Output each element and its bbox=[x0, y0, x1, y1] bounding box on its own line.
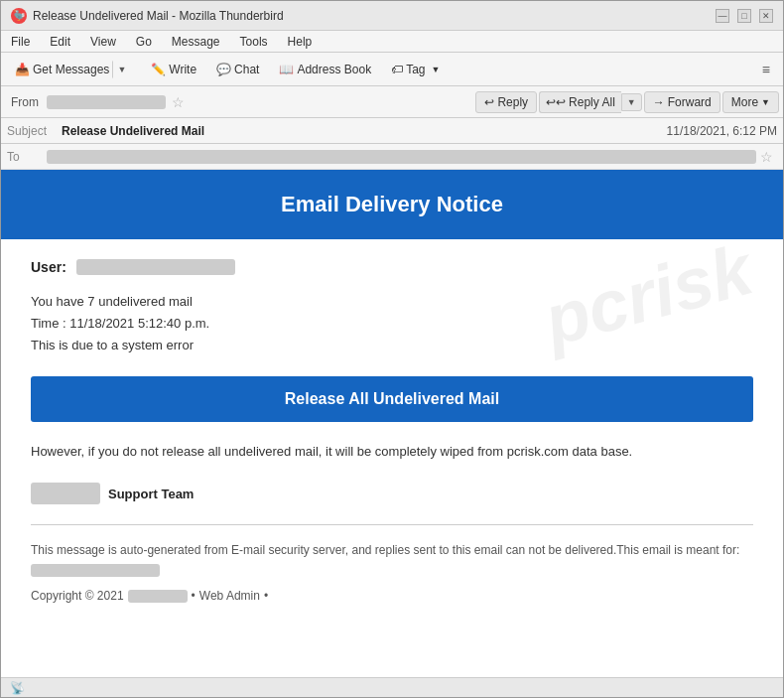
reply-all-dropdown-arrow[interactable]: ▼ bbox=[621, 93, 642, 111]
to-value bbox=[47, 150, 756, 164]
menu-help[interactable]: Help bbox=[284, 35, 317, 49]
from-star-icon[interactable]: ☆ bbox=[168, 94, 189, 110]
to-label: To bbox=[7, 150, 47, 164]
forward-icon: → bbox=[653, 95, 665, 109]
main-window: 🦤 Release Undelivered Mail - Mozilla Thu… bbox=[0, 0, 784, 698]
app-icon: 🦤 bbox=[11, 8, 27, 24]
body-text: You have 7 undelivered mail Time : 11/18… bbox=[31, 291, 753, 356]
reply-all-button-group: ↩↩ Reply All ▼ bbox=[539, 91, 642, 113]
web-admin-label: Web Admin bbox=[199, 589, 260, 603]
footer-email bbox=[31, 564, 160, 577]
tag-dropdown-arrow[interactable]: ▼ bbox=[432, 65, 441, 74]
write-icon: ✏️ bbox=[151, 63, 166, 76]
menu-edit[interactable]: Edit bbox=[46, 35, 74, 49]
address-book-icon: 📖 bbox=[279, 63, 294, 76]
menu-bar: File Edit View Go Message Tools Help bbox=[1, 31, 783, 53]
email-body-section: pcrisk User: You have 7 undelivered mail… bbox=[1, 239, 783, 623]
menu-file[interactable]: File bbox=[7, 35, 34, 49]
copyright-text: Copyright © 2021 • Web Admin • bbox=[31, 589, 753, 603]
reply-all-icon: ↩↩ bbox=[546, 95, 566, 109]
release-button[interactable]: Release All Undelivered Mail bbox=[31, 376, 753, 422]
warning-text: However, if you do not release all undel… bbox=[31, 442, 753, 463]
minimize-button[interactable]: — bbox=[716, 9, 729, 23]
date-stamp: 11/18/2021, 6:12 PM bbox=[667, 124, 777, 138]
title-bar-left: 🦤 Release Undelivered Mail - Mozilla Thu… bbox=[11, 8, 284, 24]
menu-message[interactable]: Message bbox=[168, 35, 224, 49]
status-bar: 📡 bbox=[1, 677, 783, 697]
user-value bbox=[76, 259, 235, 275]
forward-button[interactable]: → Forward bbox=[644, 91, 720, 113]
menu-view[interactable]: View bbox=[86, 35, 120, 49]
subject-bar: Subject Release Undelivered Mail 11/18/2… bbox=[1, 118, 783, 144]
reply-icon: ↩ bbox=[484, 95, 494, 109]
copyright-label: Copyright © 2021 bbox=[31, 589, 124, 603]
user-line: User: bbox=[31, 259, 753, 275]
support-team: Support Team bbox=[31, 483, 753, 504]
body-line2: Time : 11/18/2021 5:12:40 p.m. bbox=[31, 316, 209, 331]
to-bar: To ☆ bbox=[1, 144, 783, 170]
tag-icon: 🏷 bbox=[391, 63, 403, 76]
email-content-area: Email Delivery Notice pcrisk User: You h… bbox=[1, 170, 783, 677]
address-book-button[interactable]: 📖 Address Book bbox=[271, 59, 379, 80]
more-button[interactable]: More ▼ bbox=[722, 91, 779, 113]
body-line3: This is due to a system error bbox=[31, 338, 194, 352]
title-bar: 🦤 Release Undelivered Mail - Mozilla Thu… bbox=[1, 1, 783, 31]
more-dropdown-arrow: ▼ bbox=[761, 97, 770, 107]
email-body: Email Delivery Notice pcrisk User: You h… bbox=[1, 170, 783, 677]
reply-all-button[interactable]: ↩↩ Reply All bbox=[539, 91, 621, 113]
get-messages-label: Get Messages bbox=[33, 63, 109, 76]
write-button[interactable]: ✏️ Write bbox=[143, 59, 204, 80]
from-field: From ☆ bbox=[5, 94, 189, 110]
menu-tools[interactable]: Tools bbox=[236, 35, 272, 49]
reply-button[interactable]: ↩ Reply bbox=[475, 91, 537, 113]
from-label: From bbox=[5, 95, 45, 109]
action-buttons: ↩ Reply ↩↩ Reply All ▼ → Forward More ▼ bbox=[475, 91, 779, 113]
company-name bbox=[128, 590, 188, 603]
chat-button[interactable]: 💬 Chat bbox=[208, 59, 267, 80]
to-star-icon[interactable]: ☆ bbox=[756, 149, 777, 165]
user-label: User: bbox=[31, 259, 66, 275]
close-button[interactable]: ✕ bbox=[759, 9, 773, 23]
get-messages-icon: 📥 bbox=[15, 63, 30, 76]
window-controls: — □ ✕ bbox=[716, 9, 773, 23]
toolbar: 📥 Get Messages ▼ ✏️ Write 💬 Chat 📖 Addre… bbox=[1, 53, 783, 86]
window-title: Release Undelivered Mail - Mozilla Thund… bbox=[33, 9, 284, 23]
subject-value: Release Undelivered Mail bbox=[62, 124, 667, 138]
hamburger-menu-button[interactable]: ≡ bbox=[755, 59, 777, 80]
get-messages-dropdown-arrow[interactable]: ▼ bbox=[112, 61, 131, 78]
from-bar: From ☆ ↩ Reply ↩↩ Reply All ▼ → Forward … bbox=[1, 86, 783, 118]
status-icon: 📡 bbox=[9, 680, 25, 696]
footer-text: This message is auto-generated from E-ma… bbox=[31, 541, 753, 579]
copyright-mid: • bbox=[192, 589, 196, 603]
email-inner: Email Delivery Notice pcrisk User: You h… bbox=[1, 170, 783, 623]
from-value bbox=[47, 95, 166, 109]
support-label: Support Team bbox=[108, 487, 194, 501]
restore-button[interactable]: □ bbox=[737, 9, 751, 23]
chat-icon: 💬 bbox=[216, 63, 231, 76]
menu-go[interactable]: Go bbox=[132, 35, 156, 49]
subject-label: Subject bbox=[7, 124, 62, 138]
email-header: Email Delivery Notice bbox=[1, 170, 783, 239]
body-line1: You have 7 undelivered mail bbox=[31, 294, 193, 309]
copyright-end: • bbox=[264, 589, 268, 603]
email-header-title: Email Delivery Notice bbox=[31, 192, 753, 217]
tag-button[interactable]: 🏷 Tag ▼ bbox=[383, 59, 448, 80]
support-logo bbox=[31, 483, 100, 504]
divider bbox=[31, 524, 753, 525]
get-messages-button[interactable]: 📥 Get Messages ▼ bbox=[7, 57, 139, 82]
